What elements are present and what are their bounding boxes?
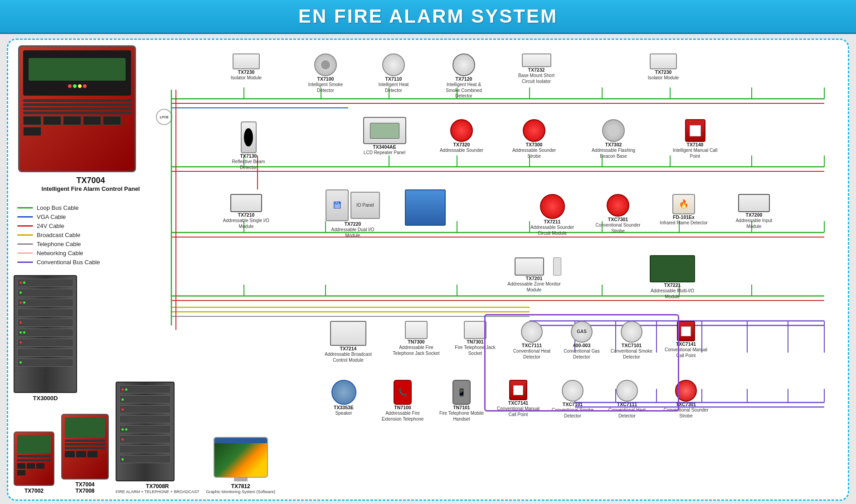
networking-label: Networking Cable: [37, 250, 83, 257]
bottom-left-section: TX7002 TX7004 TX7008: [14, 382, 275, 494]
device-tx7211: TX7211 Addressable Sounder Circuit Modul…: [525, 194, 579, 236]
tx7100-desc: Intelligent Smoke Detector: [303, 82, 348, 93]
tx7110-model: TX7110: [371, 76, 416, 82]
device-tx7200: TX7200 Addressable Input Module: [729, 194, 779, 229]
tx7220-desc: Addressable Dual I/O Module: [326, 227, 380, 238]
tx7320-model: TX7320: [439, 142, 484, 148]
tx7210-image: [230, 194, 262, 212]
tx7130-desc: Reflective Beam Detector: [226, 159, 271, 170]
telephone-label: Telephone Cable: [37, 241, 81, 247]
page-header: EN FIRE ALARM SYSTEM: [0, 0, 856, 34]
tx7008r-desc: FIRE ALARM + TELEPHONE + BROADCAST: [116, 489, 199, 494]
device-tx7232: TX7232 Base Mount Short Circuit Isolator: [511, 53, 561, 84]
main-control-panel-image: [18, 45, 136, 172]
tx7140-model: TX7140: [670, 142, 720, 148]
left-panel: LPCB TX7004 Intelligent Fire Alarm Contr…: [14, 45, 168, 402]
tx7004-7008-section: TX7004 TX7008: [61, 414, 109, 494]
device-tx7140: TX7140 Intelligent Manual Call Point: [670, 119, 720, 159]
legend-networking: Networking Cable: [17, 250, 164, 257]
legend-loop-bus: Loop Bus Cable: [17, 204, 164, 211]
tx7230-2-model: TX7230: [643, 69, 684, 75]
tx7302-image: [602, 119, 625, 142]
tn7300-model: TN7300: [389, 339, 443, 345]
tx3404ae-model: TX3404AE: [357, 144, 412, 150]
tx7302-model: TX7302: [588, 142, 638, 148]
device-tn7101: 📱 TN7101 Fire Telephone Mobile Handset: [434, 380, 489, 422]
tx7130-image: [241, 121, 257, 153]
tx7300-desc: Addressable Sounder Strobe: [511, 148, 557, 159]
tn7100-desc: Addressable Fire Extension Telephone: [375, 411, 430, 422]
tx7221-image: [650, 255, 695, 282]
device-tx7100: TX7100 Intelligent Smoke Detector: [303, 53, 348, 93]
tx7211-desc: Addressable Sounder Circuit Module: [525, 225, 579, 236]
device-tx7120: TX7120 Intelligent Heat & Smoke Combined…: [439, 53, 489, 99]
tx7220-lift-image: 🛗: [326, 189, 349, 221]
loop-bus-label: Loop Bus Cable: [37, 204, 79, 211]
tn7101-model: TN7101: [434, 405, 489, 411]
device-door-controller: [398, 189, 452, 226]
tx7230-1-model: TX7230: [226, 69, 267, 75]
tx7221-desc: Addressable Multi-I/O Module: [643, 288, 702, 300]
device-tx3353e: TX3353E Speaker: [321, 380, 366, 417]
tx7812-desc: Graphic Monitoring System (Software): [206, 489, 275, 494]
tx3353e-model: TX3353E: [321, 405, 366, 411]
tx7008r-label: TX7008R: [116, 483, 199, 489]
device-txc7301-1: TXC7301 Conventional Sounder Strobe: [593, 194, 643, 234]
tx7320-desc: Addressable Sounder: [439, 148, 484, 154]
device-tx7302: TX7302 Addressable Flashing Beacon Base: [588, 119, 638, 159]
txc7301-1-desc: Conventional Sounder Strobe: [593, 223, 643, 234]
conventional-bus-label: Conventional Bus Cable: [37, 259, 100, 266]
txc7301-1-image: [607, 194, 629, 217]
tx7812-label: TX7812: [206, 483, 275, 489]
tn7300-desc: Addressable Fire Telephone Jack Socket: [389, 345, 443, 356]
tx7230-2-image: [650, 53, 677, 69]
tx7812-image: [214, 437, 268, 478]
tx7230-2-desc: Isolator Module: [643, 75, 684, 81]
tx7201-image: [515, 257, 544, 276]
device-tx3404ae: TX3404AE LCD Repeater Panel: [357, 117, 412, 156]
tn7100-image: 📞: [394, 380, 412, 405]
loop-bus-line: [17, 207, 33, 208]
tx7140-desc: Intelligent Manual Call Point: [670, 148, 720, 159]
fd101ex-model: FD-101Ex: [657, 214, 711, 220]
conventional-section-border: [484, 314, 679, 412]
tx7201-desc: Addressable Zone Monitor Module: [507, 281, 561, 293]
tx7232-desc: Base Mount Short Circuit Isolator: [511, 73, 561, 84]
tx7201-extra: [553, 257, 561, 276]
tx7004-7008-image: [61, 414, 109, 480]
tx7002-section: TX7002: [14, 431, 54, 494]
page-title: EN FIRE ALARM SYSTEM: [0, 5, 856, 27]
vga-line: [17, 216, 33, 218]
door-controller-image: [405, 189, 446, 226]
device-tn7300: TN7300 Addressable Fire Telephone Jack S…: [389, 321, 443, 356]
tx7110-image: [382, 53, 405, 76]
device-tn7100: 📞 TN7100 Addressable Fire Extension Tele…: [375, 380, 430, 422]
tx7120-image: [452, 53, 475, 76]
tx7100-image: [314, 53, 337, 76]
device-tx7230-2: TX7230 Isolator Module: [643, 53, 684, 81]
tx7230-1-image: [233, 53, 260, 69]
tx7300-image: [523, 119, 545, 142]
panel-model: TX7004: [14, 176, 168, 185]
legend-broadcast: Broadcast Cable: [17, 232, 164, 238]
tn7300-image: [405, 321, 428, 339]
tx7002-image: [14, 431, 54, 486]
tx7130-model: TX7130: [226, 153, 271, 159]
tx7300-model: TX7300: [511, 142, 557, 148]
tx7302-desc: Addressable Flashing Beacon Base: [588, 148, 638, 159]
conventional-line: [17, 262, 33, 263]
legend-24v: 24V Cable: [17, 223, 164, 229]
device-tx7230-1: TX7230 Isolator Module: [226, 53, 267, 81]
tx7232-image: [522, 53, 551, 67]
broadcast-line: [17, 234, 33, 236]
24v-line: [17, 225, 33, 227]
tx3404ae-image: [363, 117, 406, 144]
tx7120-model: TX7120: [439, 76, 489, 82]
legend-conventional: Conventional Bus Cable: [17, 259, 164, 266]
tx7110-desc: Intelligent Heat Detector: [371, 82, 416, 93]
device-tx7221: TX7221 Addressable Multi-I/O Module: [643, 255, 702, 300]
tx7201-model: TX7201: [507, 276, 561, 281]
device-tx7210: TX7210 Addressable Single I/O Module: [221, 194, 271, 229]
tx7214-model: TX7214: [321, 346, 375, 352]
tx7214-desc: Addressable Broadcast Control Module: [321, 352, 375, 363]
